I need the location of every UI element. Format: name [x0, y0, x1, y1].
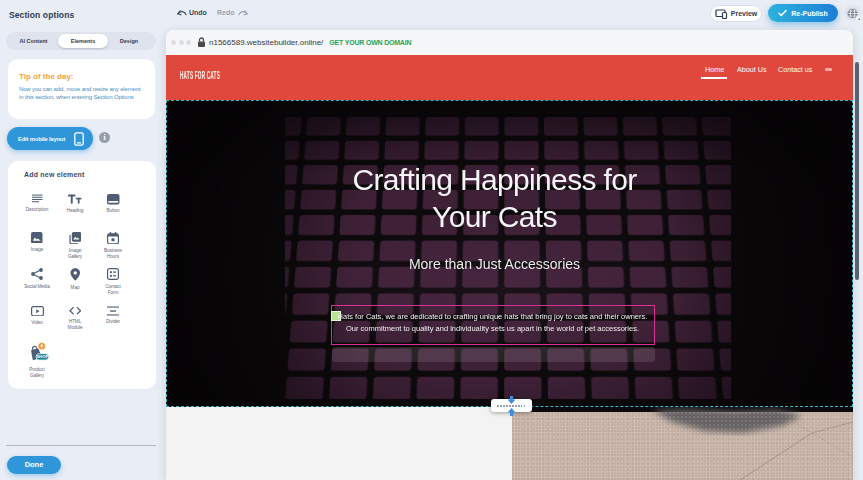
svg-text:SHOP: SHOP — [36, 354, 48, 359]
